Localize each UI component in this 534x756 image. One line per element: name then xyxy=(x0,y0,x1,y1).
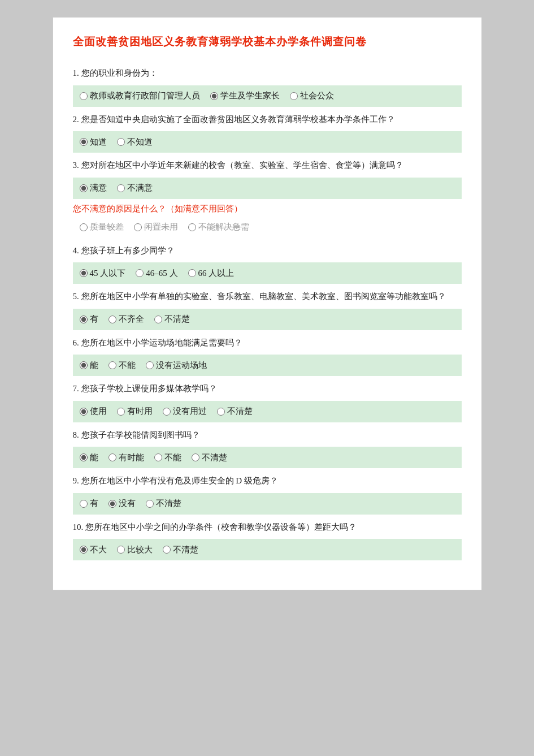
radio-q10-2[interactable] xyxy=(163,546,171,554)
radio-item-q7-1[interactable]: 有时用 xyxy=(117,406,153,417)
survey-container: 全面改善贫困地区义务教育薄弱学校基本办学条件调查问卷 1. 您的职业和身份为：教… xyxy=(53,17,482,590)
radio-item-q1-2[interactable]: 社会公众 xyxy=(290,90,334,101)
radio-item-q8-0[interactable]: 能 xyxy=(80,452,98,463)
radio-q8-1[interactable] xyxy=(108,453,116,461)
radio-item-q4-2[interactable]: 66 人以上 xyxy=(188,268,235,279)
radio-group-q9: 有没有不清楚 xyxy=(80,498,192,509)
radio-label-q2-1: 不知道 xyxy=(127,137,153,148)
radio-item-q1-1[interactable]: 学生及学生家长 xyxy=(210,90,280,101)
radio-q8-2[interactable] xyxy=(154,453,162,461)
radio-label-q4-1: 46–65 人 xyxy=(146,268,177,279)
radio-item-q3-0[interactable]: 满意 xyxy=(80,183,107,193)
radio-q9-2[interactable] xyxy=(146,500,154,508)
sub-radio-item-q3-0[interactable]: 质量较差 xyxy=(80,222,124,232)
radio-q1-0[interactable] xyxy=(80,92,88,100)
radio-q5-1[interactable] xyxy=(108,316,116,323)
radio-q3-0[interactable] xyxy=(80,184,88,192)
radio-item-q8-3[interactable]: 不清楚 xyxy=(192,452,227,463)
sub-radio-item-q3-2[interactable]: 不能解决急需 xyxy=(188,222,249,232)
question-text-q3: 3. 您对所在地区中小学近年来新建的校舍（教室、实验室、学生宿舍、食堂等）满意吗… xyxy=(73,154,462,178)
radio-item-q9-0[interactable]: 有 xyxy=(80,498,98,509)
radio-item-q7-2[interactable]: 没有用过 xyxy=(163,406,207,417)
question-text-q7: 7. 您孩子学校上课使用多媒体教学吗？ xyxy=(73,377,462,401)
radio-q9-1[interactable] xyxy=(108,500,116,508)
radio-q4-2[interactable] xyxy=(188,269,196,277)
radio-label-q7-1: 有时用 xyxy=(127,406,153,417)
radio-label-q5-0: 有 xyxy=(90,314,98,325)
sub-radio-label-q3-0: 质量较差 xyxy=(90,222,124,232)
radio-group-q6: 能不能没有运动场地 xyxy=(80,360,217,371)
question-text-q5: 5. 您所在地区中小学有单独的实验室、音乐教室、电脑教室、美术教室、图书阅览室等… xyxy=(73,285,462,309)
radio-item-q8-2[interactable]: 不能 xyxy=(154,452,181,463)
radio-group-q10: 不大比较大不清楚 xyxy=(80,545,209,555)
radio-item-q7-0[interactable]: 使用 xyxy=(80,406,107,417)
radio-q2-1[interactable] xyxy=(117,138,125,146)
radio-item-q5-1[interactable]: 不齐全 xyxy=(108,314,144,325)
radio-group-q2: 知道不知道 xyxy=(80,137,163,148)
radio-label-q4-0: 45 人以下 xyxy=(90,268,126,279)
radio-label-q2-0: 知道 xyxy=(90,137,107,148)
radio-q6-0[interactable] xyxy=(80,361,88,369)
question-text-q6: 6. 您所在地区中小学运动场地能满足需要吗？ xyxy=(73,331,462,355)
page-title: 全面改善贫困地区义务教育薄弱学校基本办学条件调查问卷 xyxy=(73,34,462,49)
radio-q1-1[interactable] xyxy=(210,92,218,100)
radio-label-q8-1: 有时能 xyxy=(119,452,144,463)
radio-q8-3[interactable] xyxy=(192,453,199,461)
radio-q10-1[interactable] xyxy=(117,546,125,554)
sub-radio-q3-0[interactable] xyxy=(80,223,88,231)
radio-label-q6-2: 没有运动场地 xyxy=(156,360,207,371)
radio-q2-0[interactable] xyxy=(80,138,88,146)
radio-q5-2[interactable] xyxy=(154,316,162,323)
radio-label-q10-2: 不清楚 xyxy=(173,545,198,555)
radio-q1-2[interactable] xyxy=(290,92,298,100)
radio-item-q9-2[interactable]: 不清楚 xyxy=(146,498,181,509)
radio-q9-0[interactable] xyxy=(80,500,88,508)
radio-q8-0[interactable] xyxy=(80,453,88,461)
radio-item-q3-1[interactable]: 不满意 xyxy=(117,183,153,193)
radio-item-q4-0[interactable]: 45 人以下 xyxy=(80,268,126,279)
question-text-q9: 9. 您所在地区中小学有没有危及师生安全的 D 级危房？ xyxy=(73,469,462,493)
radio-item-q9-1[interactable]: 没有 xyxy=(108,498,136,509)
radio-item-q6-0[interactable]: 能 xyxy=(80,360,98,371)
sub-radio-label-q3-1: 闲置未用 xyxy=(144,222,178,232)
answer-row-q3: 满意不满意 xyxy=(73,178,462,199)
radio-item-q7-3[interactable]: 不清楚 xyxy=(217,406,253,417)
radio-item-q10-2[interactable]: 不清楚 xyxy=(163,545,198,555)
radio-q7-3[interactable] xyxy=(217,408,225,416)
radio-q4-1[interactable] xyxy=(136,269,144,277)
sub-radio-item-q3-1[interactable]: 闲置未用 xyxy=(134,222,178,232)
answer-row-q8: 能有时能不能不清楚 xyxy=(73,447,462,468)
radio-item-q2-0[interactable]: 知道 xyxy=(80,137,107,148)
radio-item-q8-1[interactable]: 有时能 xyxy=(108,452,144,463)
radio-label-q9-1: 没有 xyxy=(119,498,136,509)
radio-item-q5-0[interactable]: 有 xyxy=(80,314,98,325)
radio-item-q2-1[interactable]: 不知道 xyxy=(117,137,153,148)
radio-q5-0[interactable] xyxy=(80,316,88,323)
radio-q10-0[interactable] xyxy=(80,546,88,554)
radio-group-q1: 教师或教育行政部门管理人员学生及学生家长社会公众 xyxy=(80,90,344,101)
radio-label-q7-0: 使用 xyxy=(90,406,107,417)
radio-item-q10-1[interactable]: 比较大 xyxy=(117,545,153,555)
radio-item-q1-0[interactable]: 教师或教育行政部门管理人员 xyxy=(80,90,200,101)
radio-q6-1[interactable] xyxy=(108,361,116,369)
radio-q6-2[interactable] xyxy=(146,361,154,369)
radio-q3-1[interactable] xyxy=(117,184,125,192)
radio-q7-2[interactable] xyxy=(163,408,171,416)
radio-group-q5: 有不齐全不清楚 xyxy=(80,314,200,325)
sub-question-q3: 您不满意的原因是什么？（如满意不用回答） xyxy=(73,200,462,217)
sub-radio-label-q3-2: 不能解决急需 xyxy=(198,222,249,232)
radio-label-q3-0: 满意 xyxy=(90,183,107,193)
radio-q7-0[interactable] xyxy=(80,408,88,416)
radio-item-q10-0[interactable]: 不大 xyxy=(80,545,107,555)
radio-item-q5-2[interactable]: 不清楚 xyxy=(154,314,190,325)
sub-radio-q3-2[interactable] xyxy=(188,223,196,231)
sub-radio-q3-1[interactable] xyxy=(134,223,142,231)
radio-item-q6-2[interactable]: 没有运动场地 xyxy=(146,360,207,371)
radio-q7-1[interactable] xyxy=(117,408,125,416)
radio-item-q6-1[interactable]: 不能 xyxy=(108,360,136,371)
radio-q4-0[interactable] xyxy=(80,269,88,277)
radio-item-q4-1[interactable]: 46–65 人 xyxy=(136,268,177,279)
questions-root: 1. 您的职业和身份为：教师或教育行政部门管理人员学生及学生家长社会公众2. 您… xyxy=(73,62,462,560)
radio-group-q3: 满意不满意 xyxy=(80,183,163,193)
answer-row-q2: 知道不知道 xyxy=(73,131,462,153)
